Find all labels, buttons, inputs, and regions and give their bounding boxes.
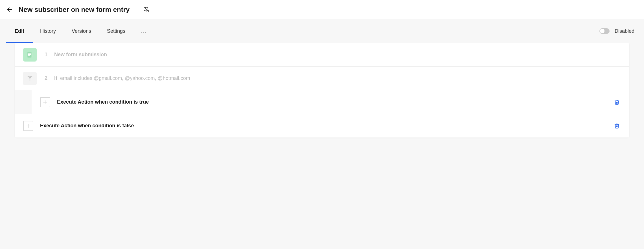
svg-rect-4 — [28, 54, 31, 54]
page-title: New subscriber on new form entry — [19, 6, 130, 14]
step-row-2[interactable]: 2 If email includes @gmail.com, @yahoo.c… — [15, 67, 629, 90]
tabs-row: Edit History Versions Settings ... Disab… — [0, 19, 644, 43]
svg-rect-6 — [32, 53, 32, 57]
branch-true-label: Execute Action when condition is true — [57, 99, 149, 105]
bell-off-icon — [144, 7, 149, 12]
branch-false-row: Execute Action when condition is false — [15, 114, 629, 138]
branch-true-row: Execute Action when condition is true — [15, 90, 629, 114]
tabs: Edit History Versions Settings ... — [15, 19, 147, 43]
content-area: Edit History Versions Settings ... Disab… — [0, 19, 644, 249]
tab-versions[interactable]: Versions — [72, 19, 91, 43]
tab-settings[interactable]: Settings — [107, 19, 125, 43]
header-bar: New subscriber on new form entry — [0, 0, 644, 19]
toggle-label: Disabled — [615, 28, 634, 34]
tab-edit[interactable]: Edit — [15, 19, 24, 43]
plus-icon — [42, 99, 48, 105]
add-action-false-button[interactable] — [23, 121, 33, 131]
arrow-left-icon — [6, 6, 13, 13]
delete-false-branch-button[interactable] — [613, 122, 621, 130]
branch-icon-box — [23, 72, 37, 85]
trash-icon — [614, 123, 620, 129]
toggle-knob — [600, 29, 604, 33]
tab-history[interactable]: History — [40, 19, 56, 43]
enable-toggle-wrap: Disabled — [599, 28, 634, 34]
form-app-icon — [23, 48, 37, 62]
step-number: 2 — [43, 75, 47, 81]
if-label: If — [54, 75, 57, 81]
trash-icon — [614, 99, 620, 105]
step-label: New form submission — [54, 52, 107, 58]
delete-true-branch-button[interactable] — [613, 98, 621, 106]
plus-icon — [25, 123, 31, 129]
tab-more[interactable]: ... — [141, 28, 147, 34]
workflow-card: 1 New form submission 2 If email include… — [15, 43, 629, 138]
condition-text-wrap: If email includes @gmail.com, @yahoo.com… — [54, 75, 190, 81]
svg-rect-3 — [28, 53, 31, 53]
enable-toggle[interactable] — [599, 28, 610, 34]
branch-icon — [26, 75, 34, 82]
add-action-true-button[interactable] — [40, 97, 50, 107]
mute-notifications-button[interactable] — [143, 6, 150, 14]
svg-rect-5 — [28, 55, 30, 56]
condition-text: email includes @gmail.com, @yahoo.com, @… — [60, 75, 190, 81]
step-row-1[interactable]: 1 New form submission — [15, 43, 629, 67]
branch-false-label: Execute Action when condition is false — [40, 123, 134, 129]
back-button[interactable] — [6, 6, 14, 14]
step-number: 1 — [43, 52, 47, 58]
